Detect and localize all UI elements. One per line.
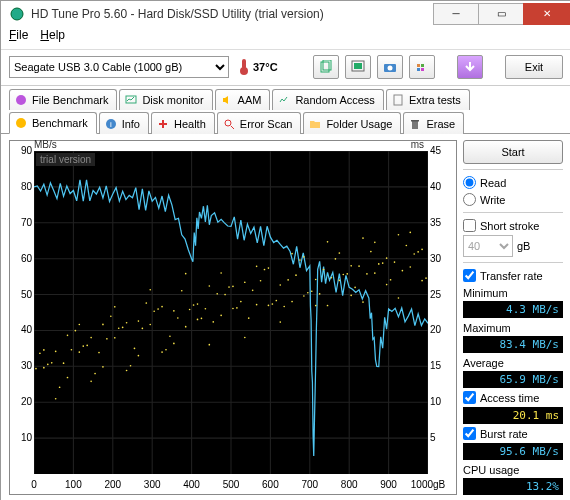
svg-point-42	[35, 368, 37, 370]
svg-point-104	[220, 272, 222, 274]
svg-point-81	[149, 324, 151, 326]
svg-point-170	[413, 253, 415, 255]
exit-button[interactable]: Exit	[505, 55, 563, 79]
svg-point-118	[260, 280, 262, 282]
read-radio[interactable]: Read	[463, 175, 563, 190]
svg-point-144	[339, 252, 341, 254]
tab-folder-usage[interactable]: Folder Usage	[303, 112, 401, 134]
tab-aam[interactable]: AAM	[215, 89, 271, 110]
tab-file-benchmark[interactable]: File Benchmark	[9, 89, 117, 110]
camera-button[interactable]	[377, 55, 403, 79]
average-label: Average	[463, 355, 563, 369]
svg-point-173	[421, 280, 423, 282]
svg-point-60	[90, 337, 92, 339]
svg-point-174	[425, 277, 427, 279]
minimum-value: 4.3 MB/s	[463, 301, 563, 318]
svg-point-55	[75, 330, 77, 332]
svg-point-129	[291, 301, 293, 303]
svg-point-164	[398, 234, 400, 236]
svg-point-71	[122, 327, 124, 329]
svg-point-163	[394, 261, 396, 263]
tab-benchmark[interactable]: Benchmark	[9, 112, 97, 134]
svg-point-172	[421, 249, 423, 251]
svg-point-117	[256, 304, 258, 306]
tab-erase[interactable]: Erase	[403, 112, 464, 134]
close-button[interactable]: ✕	[523, 3, 570, 25]
svg-point-158	[378, 263, 380, 265]
svg-point-128	[291, 253, 293, 255]
svg-point-119	[264, 269, 266, 271]
svg-point-165	[398, 297, 400, 299]
burst-rate-check[interactable]: Burst rate	[463, 426, 563, 441]
start-button[interactable]: Start	[463, 140, 563, 164]
svg-point-43	[39, 352, 41, 354]
minimize-button[interactable]: ─	[433, 3, 479, 25]
benchmark-chart: MB/s ms trial version 102030405060708090…	[9, 140, 457, 495]
write-radio[interactable]: Write	[463, 192, 563, 207]
transfer-rate-check[interactable]: Transfer rate	[463, 268, 563, 283]
svg-point-51	[63, 362, 65, 364]
svg-point-88	[173, 310, 175, 312]
svg-point-107	[228, 286, 230, 288]
svg-point-45	[43, 367, 45, 369]
tab-error-scan[interactable]: Error Scan	[217, 112, 302, 134]
svg-point-150	[354, 287, 356, 289]
copy-info-button[interactable]	[313, 55, 339, 79]
tab-info[interactable]: iInfo	[99, 112, 149, 134]
svg-point-87	[169, 335, 171, 337]
svg-point-77	[138, 355, 140, 357]
svg-point-69	[114, 337, 116, 339]
minimum-label: Minimum	[463, 285, 563, 299]
svg-rect-20	[411, 120, 419, 122]
svg-point-93	[185, 326, 187, 328]
watermark: trial version	[36, 153, 95, 166]
svg-point-154	[366, 273, 368, 275]
tab-random-access[interactable]: Random Access	[272, 89, 383, 110]
svg-point-153	[362, 301, 364, 303]
access-time-value: 20.1 ms	[463, 407, 563, 424]
maximize-button[interactable]: ▭	[478, 3, 524, 25]
short-stroke-check[interactable]: Short stroke	[463, 218, 563, 233]
save-button[interactable]	[457, 55, 483, 79]
health-icon	[156, 117, 170, 131]
copy-screenshot-button[interactable]	[345, 55, 371, 79]
svg-point-168	[409, 232, 411, 234]
svg-point-56	[78, 324, 80, 326]
svg-point-94	[189, 309, 191, 311]
speaker-icon	[220, 93, 234, 107]
drive-select[interactable]: Seagate USB 3.0 Cable (1000 gB)	[9, 56, 229, 78]
svg-point-137	[315, 305, 317, 307]
maximum-value: 83.4 MB/s	[463, 336, 563, 353]
svg-point-80	[149, 289, 151, 291]
tab-health[interactable]: Health	[151, 112, 215, 134]
average-value: 65.9 MB/s	[463, 371, 563, 388]
svg-point-73	[126, 370, 128, 372]
svg-point-134	[307, 292, 309, 294]
options-button[interactable]	[409, 55, 435, 79]
svg-point-106	[224, 294, 226, 296]
svg-point-123	[275, 300, 277, 302]
benchmark-icon	[14, 116, 28, 130]
svg-point-46	[47, 363, 49, 365]
svg-point-52	[67, 335, 69, 337]
svg-point-89	[173, 343, 175, 345]
short-stroke-value[interactable]: 40	[463, 235, 513, 257]
svg-point-2	[240, 67, 248, 75]
svg-point-101	[209, 344, 211, 346]
svg-point-151	[358, 265, 360, 267]
access-time-check[interactable]: Access time	[463, 390, 563, 405]
random-icon	[277, 93, 291, 107]
svg-point-84	[161, 306, 163, 308]
info-icon: i	[104, 117, 118, 131]
svg-point-140	[327, 241, 329, 243]
svg-point-92	[185, 273, 187, 275]
svg-point-66	[106, 338, 108, 340]
search-icon	[222, 117, 236, 131]
svg-point-62	[94, 373, 96, 375]
tab-disk-monitor[interactable]: Disk monitor	[119, 89, 212, 110]
menu-help[interactable]: Help	[40, 28, 65, 46]
svg-point-141	[327, 305, 329, 307]
svg-point-54	[71, 349, 73, 351]
tab-extra-tests[interactable]: Extra tests	[386, 89, 470, 110]
menu-file[interactable]: File	[9, 28, 28, 46]
